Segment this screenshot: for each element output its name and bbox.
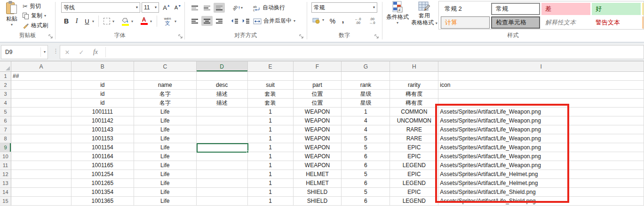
increase-indent-button[interactable]: [241, 16, 251, 26]
paste-button[interactable]: 粘贴 ▾: [3, 1, 21, 30]
style-normal-selected[interactable]: 常规: [491, 3, 540, 15]
column-header-I[interactable]: I: [438, 62, 644, 72]
cell-A2[interactable]: [11, 81, 72, 90]
column-header-E[interactable]: E: [248, 62, 294, 72]
row-header-6[interactable]: 6: [0, 116, 11, 125]
cell-A1[interactable]: ##: [11, 72, 72, 81]
font-size-combo[interactable]: 11 ▾: [142, 2, 159, 13]
cell-H3[interactable]: 稀有度: [390, 90, 438, 99]
column-header-B[interactable]: B: [72, 62, 134, 72]
format-as-table-button[interactable]: 套用 表格格式 ▾: [411, 1, 437, 30]
cell-F13[interactable]: HELMET: [294, 179, 342, 188]
row-header-3[interactable]: 3: [0, 90, 11, 99]
cell-I11[interactable]: Assets/Sprites/Artifact/Life_Weapon.png: [438, 161, 644, 170]
cell-F12[interactable]: HELMET: [294, 170, 342, 179]
cell-I2[interactable]: icon: [438, 81, 644, 90]
cell-H15[interactable]: LEGEND: [390, 197, 438, 206]
cell-E15[interactable]: 1: [248, 197, 294, 206]
conditional-formatting-button[interactable]: ≠ 条件格式 ▾: [385, 1, 410, 30]
cell-I13[interactable]: Assets/Sprites/Artifact/Life_Helmet.png: [438, 179, 644, 188]
cell-C7[interactable]: Life: [134, 125, 197, 134]
number-format-combo[interactable]: 常规 ▾: [311, 2, 377, 13]
cell-I9[interactable]: Assets/Sprites/Artifact/Life_Weapon.png: [438, 143, 644, 152]
cell-F3[interactable]: 位置: [294, 90, 342, 99]
cell-F1[interactable]: [294, 72, 342, 81]
row-header-11[interactable]: 11: [0, 161, 11, 170]
cell-E7[interactable]: 1: [248, 125, 294, 134]
cell-B14[interactable]: 1001354: [72, 188, 134, 197]
cell-E14[interactable]: 1: [248, 188, 294, 197]
cell-F9[interactable]: WEAPON: [294, 143, 342, 152]
style-normal2[interactable]: 常规 2: [441, 3, 490, 15]
underline-dropdown-icon[interactable]: ▾: [92, 20, 94, 23]
style-input-partial[interactable]: [642, 16, 644, 29]
cell-D10[interactable]: [197, 152, 248, 161]
cell-G9[interactable]: 5: [342, 143, 390, 152]
cell-I10[interactable]: Assets/Sprites/Artifact/Life_Weapon.png: [438, 152, 644, 161]
merge-center-button[interactable]: 合并后居中 ▾: [253, 17, 295, 25]
cell-B6[interactable]: 1001142: [72, 116, 134, 125]
cell-F11[interactable]: WEAPON: [294, 161, 342, 170]
cell-D3[interactable]: 描述: [197, 90, 248, 99]
bold-button[interactable]: B: [62, 16, 71, 26]
cell-H9[interactable]: EPIC: [390, 143, 438, 152]
borders-dropdown-icon[interactable]: ▾: [112, 20, 114, 23]
row-header-9[interactable]: 9: [0, 143, 11, 152]
column-header-D[interactable]: D: [197, 62, 248, 72]
style-warning[interactable]: 警告文本: [592, 16, 641, 29]
style-calculation[interactable]: 计算: [441, 16, 490, 29]
cell-H5[interactable]: COMMON: [390, 108, 438, 116]
cell-H13[interactable]: LEGEND: [390, 179, 438, 188]
cell-B5[interactable]: 1001111: [72, 108, 134, 116]
cell-H7[interactable]: RARE: [390, 125, 438, 134]
row-header-2[interactable]: 2: [0, 81, 11, 90]
formula-bar-grip[interactable]: ⋮: [53, 47, 59, 54]
cell-C3[interactable]: 名字: [134, 90, 197, 99]
row-header-14[interactable]: 14: [0, 188, 11, 197]
cell-C2[interactable]: name: [134, 81, 197, 90]
cell-I1[interactable]: [438, 72, 644, 81]
insert-function-button[interactable]: fx: [88, 48, 103, 56]
percent-button[interactable]: %: [327, 16, 338, 26]
style-check-cell[interactable]: 检查单元格: [491, 16, 540, 29]
name-box[interactable]: D9 ▾: [1, 45, 48, 59]
cell-H1[interactable]: [390, 72, 438, 81]
orientation-button[interactable]: ab ↗ ▾: [230, 3, 246, 13]
fill-color-button[interactable]: [120, 15, 130, 27]
alignment-dialog-launcher-icon[interactable]: [299, 34, 304, 39]
italic-button[interactable]: I: [72, 16, 81, 26]
borders-button[interactable]: [102, 16, 111, 26]
cell-A8[interactable]: [11, 134, 72, 143]
cell-G3[interactable]: 星级: [342, 90, 390, 99]
clipboard-dialog-launcher-icon[interactable]: [48, 34, 53, 39]
cell-D14[interactable]: [197, 188, 248, 197]
cell-D5[interactable]: [197, 108, 248, 116]
cell-E13[interactable]: 1: [248, 179, 294, 188]
cell-D2[interactable]: desc: [197, 81, 248, 90]
cell-F6[interactable]: WEAPON: [294, 116, 342, 125]
row-header-12[interactable]: 12: [0, 170, 11, 179]
cell-D13[interactable]: [197, 179, 248, 188]
cell-A9[interactable]: [11, 143, 72, 152]
underline-button[interactable]: U: [82, 16, 92, 26]
cell-A11[interactable]: [11, 161, 72, 170]
cell-C10[interactable]: Life: [134, 152, 197, 161]
cell-E10[interactable]: 1: [248, 152, 294, 161]
cell-I15[interactable]: Assets/Sprites/Artifact/Life_Shield.png: [438, 197, 644, 206]
cell-E8[interactable]: 1: [248, 134, 294, 143]
cell-G5[interactable]: 1: [342, 108, 390, 116]
font-dialog-launcher-icon[interactable]: [178, 34, 183, 39]
font-color-button[interactable]: A: [139, 15, 149, 27]
cell-H4[interactable]: 稀有度: [390, 99, 438, 108]
row-header-15[interactable]: 15: [0, 197, 11, 206]
align-left-button[interactable]: [189, 16, 200, 26]
number-dialog-launcher-icon[interactable]: [374, 34, 379, 39]
cell-B12[interactable]: 1001254: [72, 170, 134, 179]
style-good[interactable]: 好: [592, 3, 641, 15]
row-header-13[interactable]: 13: [0, 179, 11, 188]
cell-C13[interactable]: Life: [134, 179, 197, 188]
cell-A14[interactable]: [11, 188, 72, 197]
font-name-combo[interactable]: 等线 ▾: [61, 2, 140, 13]
cell-B15[interactable]: 1001365: [72, 197, 134, 206]
cell-E1[interactable]: [248, 72, 294, 81]
